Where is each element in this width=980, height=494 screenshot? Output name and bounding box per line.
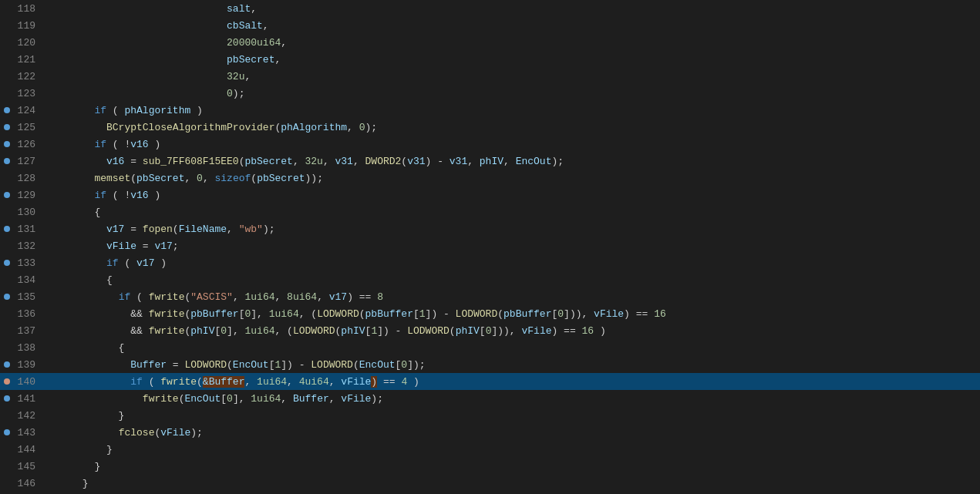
line-content-144: } [43, 444, 980, 455]
line-content-119: cbSalt, [43, 20, 980, 32]
line-content-135: if ( fwrite("ASCIS", 1ui64, 8ui64, v17) … [43, 291, 980, 303]
line-content-120: 20000ui64, [43, 37, 980, 49]
line-number-121: 121 [12, 54, 43, 66]
breakpoint-124[interactable] [2, 107, 12, 113]
code-line-120: 120 20000ui64, [0, 34, 980, 51]
line-number-125: 125 [12, 122, 43, 133]
line-number-128: 128 [12, 173, 43, 184]
code-line-145: 145 } [0, 458, 980, 475]
line-number-119: 119 [12, 20, 43, 32]
line-content-129: if ( !v16 ) [43, 190, 980, 201]
code-line-128: 128 memset(pbSecret, 0, sizeof(pbSecret)… [0, 170, 980, 187]
line-content-121: pbSecret, [43, 54, 980, 66]
line-content-130: { [43, 207, 980, 218]
code-line-123: 123 0); [0, 85, 980, 102]
line-content-143: fclose(vFile); [43, 427, 980, 439]
line-content-124: if ( phAlgorithm ) [43, 105, 980, 116]
line-content-125: BCryptCloseAlgorithmProvider(phAlgorithm… [43, 122, 980, 133]
code-line-126: 126 if ( !v16 ) [0, 136, 980, 153]
line-content-134: { [43, 274, 980, 286]
breakpoint-131[interactable] [2, 226, 12, 232]
breakpoint-125[interactable] [2, 124, 12, 130]
line-content-139: Buffer = LODWORD(EncOut[1]) - LODWORD(En… [43, 359, 980, 371]
breakpoint-135[interactable] [2, 294, 12, 300]
line-number-122: 122 [12, 71, 43, 82]
code-line-122: 122 32u, [0, 68, 980, 85]
code-line-132: 132 vFile = v17; [0, 237, 980, 254]
code-line-125: 125 BCryptCloseAlgorithmProvider(phAlgor… [0, 119, 980, 136]
line-number-123: 123 [12, 88, 43, 99]
line-number-132: 132 [12, 240, 43, 252]
line-number-129: 129 [12, 190, 43, 201]
code-line-143: 143 fclose(vFile); [0, 424, 980, 441]
line-content-126: if ( !v16 ) [43, 139, 980, 150]
line-number-135: 135 [12, 291, 43, 303]
line-number-124: 124 [12, 105, 43, 116]
line-number-139: 139 [12, 359, 43, 371]
code-editor: 118 salt, 119 cbSalt, 120 20000ui64, 121 [0, 0, 980, 494]
line-number-144: 144 [12, 444, 43, 455]
code-line-146: 146 } [0, 475, 980, 492]
line-number-131: 131 [12, 223, 43, 235]
line-content-123: 0); [43, 88, 980, 99]
line-number-134: 134 [12, 274, 43, 286]
breakpoint-133[interactable] [2, 260, 12, 266]
code-line-119: 119 cbSalt, [0, 17, 980, 34]
line-content-131: v17 = fopen(FileName, "wb"); [43, 223, 980, 235]
line-content-132: vFile = v17; [43, 240, 980, 252]
line-number-146: 146 [12, 478, 43, 489]
line-number-120: 120 [12, 37, 43, 49]
line-content-137: && fwrite(phIV[0], 1ui64, (LODWORD(phIV[… [43, 325, 980, 337]
line-content-128: memset(pbSecret, 0, sizeof(pbSecret)); [43, 173, 980, 184]
code-line-127: 127 v16 = sub_7FF608F15EE0(pbSecret, 32u… [0, 153, 980, 170]
code-line-140: 140 if ( fwrite(&Buffer, 1ui64, 4ui64, v… [0, 373, 980, 390]
code-line-121: 121 pbSecret, [0, 51, 980, 68]
line-number-145: 145 [12, 461, 43, 472]
line-content-118: salt, [43, 3, 980, 15]
code-line-137: 137 && fwrite(phIV[0], 1ui64, (LODWORD(p… [0, 322, 980, 339]
code-line-141: 141 fwrite(EncOut[0], 1ui64, Buffer, vFi… [0, 390, 980, 407]
line-number-141: 141 [12, 393, 43, 405]
line-number-127: 127 [12, 156, 43, 167]
code-line-130: 130 { [0, 203, 980, 220]
line-number-142: 142 [12, 410, 43, 422]
code-line-129: 129 if ( !v16 ) [0, 187, 980, 203]
breakpoint-141[interactable] [2, 395, 12, 402]
line-content-142: } [43, 410, 980, 422]
line-content-140: if ( fwrite(&Buffer, 1ui64, 4ui64, vFile… [43, 376, 980, 388]
code-line-131: 131 v17 = fopen(FileName, "wb"); [0, 220, 980, 237]
line-content-141: fwrite(EncOut[0], 1ui64, Buffer, vFile); [43, 393, 980, 405]
breakpoint-139[interactable] [2, 361, 12, 368]
line-number-138: 138 [12, 342, 43, 354]
code-line-144: 144 } [0, 441, 980, 458]
code-line-118: 118 salt, [0, 0, 980, 17]
code-line-142: 142 } [0, 407, 980, 424]
line-content-146: } [43, 478, 980, 489]
line-number-130: 130 [12, 207, 43, 218]
line-content-133: if ( v17 ) [43, 257, 980, 269]
line-number-118: 118 [12, 3, 43, 15]
code-line-124: 124 if ( phAlgorithm ) [0, 102, 980, 119]
line-content-138: { [43, 342, 980, 354]
line-content-145: } [43, 461, 980, 472]
breakpoint-143[interactable] [2, 429, 12, 435]
breakpoint-129[interactable] [2, 192, 12, 198]
code-line-135: 135 if ( fwrite("ASCIS", 1ui64, 8ui64, v… [0, 288, 980, 305]
breakpoint-140[interactable] [2, 378, 12, 385]
line-number-136: 136 [12, 308, 43, 320]
line-content-122: 32u, [43, 71, 980, 82]
line-number-140: 140 [12, 376, 43, 388]
code-line-139: 139 Buffer = LODWORD(EncOut[1]) - LODWOR… [0, 356, 980, 373]
code-line-134: 134 { [0, 271, 980, 288]
breakpoint-126[interactable] [2, 141, 12, 147]
line-number-143: 143 [12, 427, 43, 439]
code-line-133: 133 if ( v17 ) [0, 254, 980, 271]
code-line-138: 138 { [0, 339, 980, 356]
breakpoint-127[interactable] [2, 158, 12, 164]
code-line-136: 136 && fwrite(pbBuffer[0], 1ui64, (LODWO… [0, 305, 980, 322]
line-number-137: 137 [12, 325, 43, 337]
line-content-136: && fwrite(pbBuffer[0], 1ui64, (LODWORD(p… [43, 308, 980, 320]
line-number-133: 133 [12, 257, 43, 269]
line-number-126: 126 [12, 139, 43, 150]
line-content-127: v16 = sub_7FF608F15EE0(pbSecret, 32u, v3… [43, 156, 980, 167]
